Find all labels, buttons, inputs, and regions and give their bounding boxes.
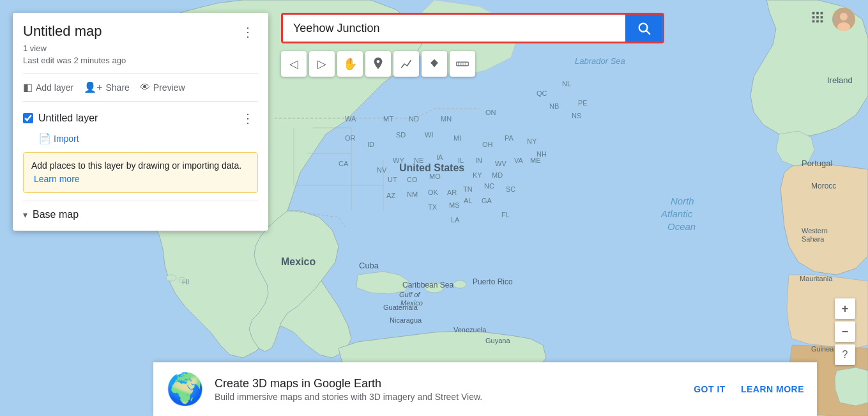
svg-point-3 [166,275,176,281]
svg-text:QC: QC [537,89,547,97]
svg-text:NM: NM [407,190,418,198]
preview-label: Preview [153,82,185,93]
map-more-button[interactable]: ⋮ [238,23,258,41]
learn-more-earth-button[interactable]: LEARN MORE [741,384,804,394]
svg-text:MT: MT [383,115,393,123]
svg-text:Labrador Sea: Labrador Sea [575,56,625,66]
share-button[interactable]: 👤+ Share [84,81,130,93]
svg-text:Mexico: Mexico [400,299,423,307]
preview-button[interactable]: 👁 Preview [140,82,185,93]
draw-line-button[interactable] [393,51,419,77]
svg-text:Cuba: Cuba [359,261,379,270]
import-link[interactable]: 📄 Import [38,132,258,144]
divider-1 [23,73,258,73]
svg-text:Puerto Rico: Puerto Rico [473,277,513,286]
svg-text:AL: AL [464,197,472,204]
svg-point-84 [377,60,380,63]
avatar[interactable] [832,8,855,31]
svg-text:MN: MN [441,115,452,123]
svg-text:NL: NL [562,80,571,88]
svg-text:United States: United States [399,162,464,173]
svg-text:IA: IA [436,153,443,161]
svg-text:OH: OH [482,141,493,148]
directions-icon [429,58,440,70]
help-button[interactable]: ? [835,344,855,365]
map-controls: + − ? [835,298,855,365]
map-title: Untitled map [23,23,102,40]
svg-text:KY: KY [473,171,482,179]
svg-line-83 [646,31,650,34]
info-box: Add places to this layer by drawing or i… [23,152,258,193]
svg-text:VA: VA [514,157,524,164]
zoom-out-button[interactable]: − [835,321,855,342]
svg-rect-93 [821,12,823,15]
svg-text:Western: Western [802,227,828,235]
svg-point-2 [453,281,466,288]
svg-text:LA: LA [451,216,460,224]
svg-text:PE: PE [578,99,588,107]
redo-button[interactable]: ▷ [309,51,335,77]
svg-point-101 [840,13,848,20]
svg-text:NH: NH [537,150,547,158]
directions-button[interactable] [422,51,447,77]
basemap-label: Base map [33,209,79,220]
earth-banner: 🌍 Create 3D maps in Google Earth Build i… [153,362,817,416]
svg-text:OK: OK [428,189,439,196]
avatar-image [832,8,855,31]
pan-button[interactable]: ✋ [337,51,363,77]
share-icon: 👤+ [84,81,102,93]
svg-text:Gulf of: Gulf of [399,291,420,298]
svg-text:AR: AR [447,189,457,196]
svg-text:UT: UT [388,176,397,183]
svg-text:Mauritania: Mauritania [800,275,833,282]
search-input[interactable] [283,15,625,42]
svg-text:OR: OR [345,134,356,142]
earth-banner-text: Create 3D maps in Google Earth Build imm… [215,377,683,402]
svg-text:WV: WV [495,160,506,167]
svg-text:NS: NS [572,112,581,119]
svg-text:TN: TN [463,185,473,193]
svg-text:MO: MO [429,173,441,180]
preview-icon: 👁 [140,82,150,93]
svg-text:Ocean: Ocean [667,221,696,232]
svg-text:FL: FL [501,211,510,219]
add-layer-button[interactable]: ◧ Add layer [23,81,73,93]
layer-checkbox[interactable] [23,113,33,123]
svg-rect-96 [821,16,823,19]
svg-text:WA: WA [345,115,356,123]
svg-text:Nicaragua: Nicaragua [390,316,422,324]
divider-2 [23,101,258,102]
learn-more-link[interactable]: Learn more [34,174,80,184]
add-marker-button[interactable] [365,51,391,77]
apps-button[interactable] [811,10,825,28]
search-button[interactable] [625,15,662,42]
divider-3 [23,201,258,201]
line-icon [400,58,412,70]
svg-text:HI: HI [182,278,189,286]
svg-text:ON: ON [485,109,496,116]
measure-button[interactable] [450,51,475,77]
search-bar [281,13,664,43]
zoom-in-button[interactable]: + [835,298,855,319]
svg-rect-95 [816,16,819,19]
svg-text:Mexico: Mexico [281,256,316,267]
svg-text:SD: SD [396,131,406,139]
svg-text:CA: CA [339,160,349,167]
svg-text:TX: TX [428,203,438,211]
svg-text:NC: NC [484,182,494,190]
svg-text:PA: PA [505,134,514,142]
svg-text:ID: ID [367,141,374,148]
svg-text:Morocc: Morocc [811,181,836,190]
layer-name: Untitled layer [38,112,98,124]
import-icon: 📄 [38,132,51,144]
svg-text:MS: MS [449,201,460,209]
basemap-chevron-icon: ▾ [23,210,27,220]
basemap-section[interactable]: ▾ Base map [23,209,258,220]
svg-rect-91 [812,12,815,15]
svg-text:WI: WI [425,131,433,139]
svg-rect-92 [816,12,819,15]
layer-more-button[interactable]: ⋮ [238,109,258,127]
got-it-button[interactable]: GOT IT [694,384,726,394]
undo-button[interactable]: ◁ [281,51,307,77]
add-layer-label: Add layer [36,82,73,93]
